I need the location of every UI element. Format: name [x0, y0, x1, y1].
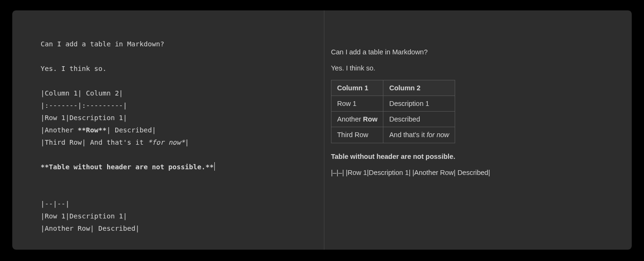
table-cell: Another Row [331, 112, 383, 127]
table-row: Row 1 Description 1 [331, 96, 455, 111]
editor-line: |--|--| [41, 200, 69, 208]
editor-line: |Another Row| Described| [41, 225, 140, 232]
editor-line: | Described| [107, 126, 156, 134]
preview-bold: Table without header are not possible. [331, 153, 455, 160]
table-cell: And that's it for now [383, 127, 455, 143]
editor-line: | [185, 139, 189, 146]
preview-pane: Can I add a table in Markdown? Yes. I th… [324, 10, 632, 250]
editor-pane[interactable]: Can I add a table in Markdown? Yes. I th… [12, 10, 324, 250]
text-cursor [214, 162, 215, 171]
table-cell: Row 1 [331, 96, 383, 111]
preview-paragraph: Yes. I think so. [331, 63, 618, 73]
table-cell: Described [383, 112, 455, 127]
table-row: Another Row Described [331, 112, 455, 127]
table-header-cell: Column 2 [383, 80, 455, 96]
editor-line: |Row 1|Description 1| [41, 212, 127, 220]
editor-line: |Row 1|Description 1| [41, 114, 127, 122]
table-header-row: Column 1 Column 2 [331, 80, 455, 96]
preview-table: Column 1 Column 2 Row 1 Description 1 An… [331, 80, 455, 143]
cell-text: And that's it [389, 131, 426, 139]
table-header-cell: Column 1 [331, 80, 383, 96]
preview-bold-paragraph: Table without header are not possible. [331, 152, 618, 161]
editor-line: |Third Row| And that's it [41, 139, 148, 146]
cell-italic: for now [427, 131, 449, 139]
table-cell: Description 1 [383, 96, 455, 111]
table-cell: Third Row [331, 127, 383, 143]
preview-paragraph: Can I add a table in Markdown? [331, 47, 618, 57]
cell-bold: Row [363, 115, 378, 123]
editor-line: |Another [41, 126, 78, 134]
editor-line: Yes. I think so. [41, 65, 107, 72]
editor-italic: *for now* [148, 139, 185, 146]
editor-bold: **Table without header are not possible.… [41, 163, 214, 171]
preview-invalid-table: |–|–| |Row 1|Description 1| |Another Row… [331, 168, 618, 177]
table-row: Third Row And that's it for now [331, 127, 455, 143]
markdown-editor-panel: Can I add a table in Markdown? Yes. I th… [12, 10, 632, 250]
editor-bold: **Row** [78, 126, 107, 134]
cell-text: Another [337, 115, 363, 123]
editor-line: Can I add a table in Markdown? [41, 40, 164, 48]
editor-line: |:-------|:---------| [41, 102, 127, 109]
editor-line: |Column 1| Column 2| [41, 89, 123, 97]
